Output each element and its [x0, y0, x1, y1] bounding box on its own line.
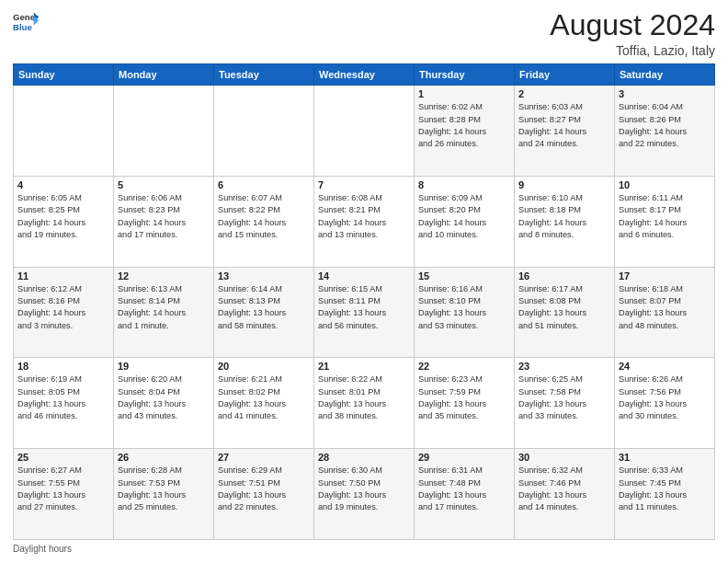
day-number: 12: [118, 270, 210, 282]
day-info: Sunrise: 6:33 AM Sunset: 7:45 PM Dayligh…: [619, 465, 711, 513]
day-number: 10: [619, 179, 711, 190]
day-number: 8: [418, 179, 510, 190]
location: Toffia, Lazio, Italy: [550, 43, 715, 58]
day-info: Sunrise: 6:06 AM Sunset: 8:23 PM Dayligh…: [118, 192, 210, 241]
table-row: 9Sunrise: 6:10 AM Sunset: 8:18 PM Daylig…: [515, 176, 615, 267]
table-row: 25Sunrise: 6:27 AM Sunset: 7:55 PM Dayli…: [14, 449, 114, 540]
day-info: Sunrise: 6:02 AM Sunset: 8:28 PM Dayligh…: [418, 101, 510, 150]
table-row: 16Sunrise: 6:17 AM Sunset: 8:08 PM Dayli…: [515, 267, 615, 358]
day-number: 18: [17, 361, 109, 372]
day-info: Sunrise: 6:23 AM Sunset: 7:59 PM Dayligh…: [418, 373, 510, 422]
day-number: 9: [518, 179, 610, 190]
day-info: Sunrise: 6:27 AM Sunset: 7:55 PM Dayligh…: [17, 465, 109, 513]
footer-note: Daylight hours: [13, 544, 715, 554]
day-number: 6: [218, 179, 310, 190]
table-row: 4Sunrise: 6:05 AM Sunset: 8:25 PM Daylig…: [14, 176, 114, 267]
table-row: 17Sunrise: 6:18 AM Sunset: 8:07 PM Dayli…: [615, 267, 715, 358]
day-number: 7: [318, 179, 410, 190]
table-row: 12Sunrise: 6:13 AM Sunset: 8:14 PM Dayli…: [114, 267, 214, 358]
day-number: 14: [318, 270, 410, 282]
table-row: 1Sunrise: 6:02 AM Sunset: 8:28 PM Daylig…: [415, 86, 515, 177]
day-info: Sunrise: 6:13 AM Sunset: 8:14 PM Dayligh…: [118, 283, 210, 332]
day-number: 23: [518, 361, 610, 372]
day-number: 27: [218, 452, 310, 463]
table-row: 27Sunrise: 6:29 AM Sunset: 7:51 PM Dayli…: [214, 449, 314, 540]
table-row: 6Sunrise: 6:07 AM Sunset: 8:22 PM Daylig…: [214, 176, 314, 267]
day-number: 5: [118, 179, 210, 190]
day-info: Sunrise: 6:14 AM Sunset: 8:13 PM Dayligh…: [218, 283, 310, 332]
calendar-week-4: 18Sunrise: 6:19 AM Sunset: 8:05 PM Dayli…: [14, 358, 715, 449]
day-number: 25: [17, 452, 109, 463]
table-row: 31Sunrise: 6:33 AM Sunset: 7:45 PM Dayli…: [615, 449, 715, 540]
table-row: 28Sunrise: 6:30 AM Sunset: 7:50 PM Dayli…: [314, 449, 415, 540]
table-row: 19Sunrise: 6:20 AM Sunset: 8:04 PM Dayli…: [114, 358, 214, 449]
day-number: 2: [518, 88, 610, 99]
table-row: 21Sunrise: 6:22 AM Sunset: 8:01 PM Dayli…: [314, 358, 415, 449]
day-number: 13: [218, 270, 310, 282]
calendar-week-2: 4Sunrise: 6:05 AM Sunset: 8:25 PM Daylig…: [14, 176, 715, 267]
day-number: 24: [619, 361, 711, 372]
calendar-week-3: 11Sunrise: 6:12 AM Sunset: 8:16 PM Dayli…: [14, 267, 715, 358]
table-row: 24Sunrise: 6:26 AM Sunset: 7:56 PM Dayli…: [615, 358, 715, 449]
day-number: 19: [118, 361, 210, 372]
table-row: [314, 86, 415, 177]
logo: General Blue: [13, 9, 39, 35]
day-number: 15: [418, 270, 510, 282]
calendar-header-row: Sunday Monday Tuesday Wednesday Thursday…: [14, 64, 715, 86]
calendar: Sunday Monday Tuesday Wednesday Thursday…: [13, 63, 715, 540]
day-info: Sunrise: 6:26 AM Sunset: 7:56 PM Dayligh…: [619, 373, 711, 422]
day-number: 30: [518, 452, 610, 463]
day-info: Sunrise: 6:11 AM Sunset: 8:17 PM Dayligh…: [619, 192, 711, 241]
day-number: 20: [218, 361, 310, 372]
day-info: Sunrise: 6:10 AM Sunset: 8:18 PM Dayligh…: [518, 192, 610, 241]
day-info: Sunrise: 6:30 AM Sunset: 7:50 PM Dayligh…: [318, 465, 410, 513]
col-wednesday: Wednesday: [314, 64, 415, 86]
table-row: [214, 86, 314, 177]
day-info: Sunrise: 6:20 AM Sunset: 8:04 PM Dayligh…: [118, 373, 210, 422]
day-number: 1: [418, 88, 510, 99]
col-friday: Friday: [515, 64, 615, 86]
day-number: 16: [518, 270, 610, 282]
table-row: 11Sunrise: 6:12 AM Sunset: 8:16 PM Dayli…: [14, 267, 114, 358]
day-number: 22: [418, 361, 510, 372]
calendar-week-1: 1Sunrise: 6:02 AM Sunset: 8:28 PM Daylig…: [14, 86, 715, 177]
col-thursday: Thursday: [415, 64, 515, 86]
day-info: Sunrise: 6:18 AM Sunset: 8:07 PM Dayligh…: [619, 283, 711, 332]
col-tuesday: Tuesday: [214, 64, 314, 86]
day-info: Sunrise: 6:32 AM Sunset: 7:46 PM Dayligh…: [518, 465, 610, 513]
table-row: 14Sunrise: 6:15 AM Sunset: 8:11 PM Dayli…: [314, 267, 415, 358]
day-info: Sunrise: 6:09 AM Sunset: 8:20 PM Dayligh…: [418, 192, 510, 241]
day-number: 26: [118, 452, 210, 463]
day-info: Sunrise: 6:07 AM Sunset: 8:22 PM Dayligh…: [218, 192, 310, 241]
table-row: 13Sunrise: 6:14 AM Sunset: 8:13 PM Dayli…: [214, 267, 314, 358]
table-row: 26Sunrise: 6:28 AM Sunset: 7:53 PM Dayli…: [114, 449, 214, 540]
day-info: Sunrise: 6:12 AM Sunset: 8:16 PM Dayligh…: [17, 283, 109, 332]
day-info: Sunrise: 6:08 AM Sunset: 8:21 PM Dayligh…: [318, 192, 410, 241]
table-row: 22Sunrise: 6:23 AM Sunset: 7:59 PM Dayli…: [415, 358, 515, 449]
table-row: 2Sunrise: 6:03 AM Sunset: 8:27 PM Daylig…: [515, 86, 615, 177]
table-row: 30Sunrise: 6:32 AM Sunset: 7:46 PM Dayli…: [515, 449, 615, 540]
day-info: Sunrise: 6:17 AM Sunset: 8:08 PM Dayligh…: [518, 283, 610, 332]
day-number: 29: [418, 452, 510, 463]
table-row: 3Sunrise: 6:04 AM Sunset: 8:26 PM Daylig…: [615, 86, 715, 177]
day-number: 4: [17, 179, 109, 190]
table-row: 8Sunrise: 6:09 AM Sunset: 8:20 PM Daylig…: [415, 176, 515, 267]
day-info: Sunrise: 6:16 AM Sunset: 8:10 PM Dayligh…: [418, 283, 510, 332]
table-row: 18Sunrise: 6:19 AM Sunset: 8:05 PM Dayli…: [14, 358, 114, 449]
day-info: Sunrise: 6:03 AM Sunset: 8:27 PM Dayligh…: [518, 101, 610, 150]
calendar-week-5: 25Sunrise: 6:27 AM Sunset: 7:55 PM Dayli…: [14, 449, 715, 540]
day-number: 31: [619, 452, 711, 463]
table-row: 23Sunrise: 6:25 AM Sunset: 7:58 PM Dayli…: [515, 358, 615, 449]
day-info: Sunrise: 6:04 AM Sunset: 8:26 PM Dayligh…: [619, 101, 711, 150]
table-row: 5Sunrise: 6:06 AM Sunset: 8:23 PM Daylig…: [114, 176, 214, 267]
table-row: 7Sunrise: 6:08 AM Sunset: 8:21 PM Daylig…: [314, 176, 415, 267]
day-info: Sunrise: 6:22 AM Sunset: 8:01 PM Dayligh…: [318, 373, 410, 422]
table-row: 10Sunrise: 6:11 AM Sunset: 8:17 PM Dayli…: [615, 176, 715, 267]
header: General Blue August 2024 Toffia, Lazio, …: [13, 9, 715, 58]
table-row: [14, 86, 114, 177]
logo-icon: General Blue: [13, 9, 39, 35]
svg-text:Blue: Blue: [13, 22, 32, 32]
table-row: 15Sunrise: 6:16 AM Sunset: 8:10 PM Dayli…: [415, 267, 515, 358]
day-number: 3: [619, 88, 711, 99]
day-info: Sunrise: 6:25 AM Sunset: 7:58 PM Dayligh…: [518, 373, 610, 422]
